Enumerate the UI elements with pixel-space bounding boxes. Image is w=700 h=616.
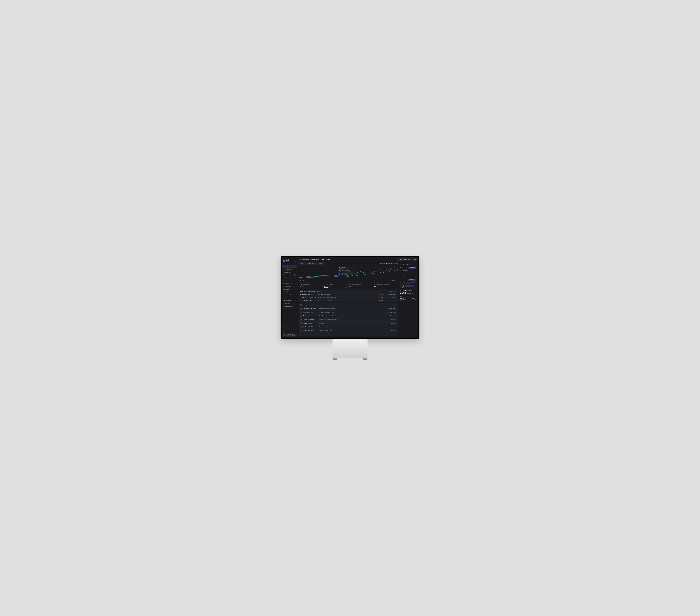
activity-row[interactable]: Credential Draft CreatedCommercial Invoi…	[299, 325, 398, 329]
mail-icon	[300, 315, 302, 317]
issue-credential-button[interactable]: + Issue a Verifiable Credential	[397, 258, 417, 261]
svg-rect-18	[283, 306, 284, 306]
new-did-button[interactable]: +New DID	[408, 279, 416, 281]
activity-row[interactable]: Presentation Receivedfrom Montreal Manuf…	[299, 307, 398, 311]
activity-row[interactable]: Contact Invite AcceptedAjay Sharma, Mont…	[299, 314, 398, 318]
legend-received[interactable]: Received	[391, 263, 398, 264]
workflow-row[interactable]: Rolled Steel Shipment FG342Steel Import …	[299, 297, 398, 300]
nav-label: Support	[286, 330, 290, 332]
nav-adapters[interactable]: Adapters	[282, 302, 297, 305]
key-icon	[300, 330, 302, 331]
workflow-row[interactable]: Ming-Tan Stainless Rolls…Mill Test Certi…	[299, 293, 398, 297]
nav-support[interactable]: Support ›	[282, 329, 297, 332]
dids-icon	[283, 291, 285, 293]
activity-row[interactable]: Presentation Sentto Montreal Manufacturi…	[299, 311, 398, 314]
monitor-foot	[333, 358, 367, 360]
svg-rect-25	[349, 284, 350, 285]
info-icon[interactable]: i	[346, 284, 348, 285]
nav-badge: 432	[293, 274, 296, 276]
nav-dids[interactable]: DIDs	[282, 290, 297, 293]
granularity-picker[interactable]: Daily ▾	[318, 262, 325, 265]
nav-applications[interactable]: Applications	[282, 305, 297, 307]
org-subtitle: Verifiable Data Platform	[286, 261, 294, 264]
did-row[interactable]: did:web:text.transmute.indu…Y7gjau	[400, 272, 416, 274]
issue-button-label: Issue a Verifiable Credential	[400, 259, 416, 260]
date-range-picker[interactable]: 1 Jan, 2023 – 31 Mar, 2023 ⇅	[299, 262, 317, 265]
presentation-icon	[349, 284, 350, 285]
identifiers-card: Identifiers did:web:text.transmute.indu……	[400, 270, 416, 281]
tooltip-date: 14 Feb, 2023	[339, 266, 354, 268]
activity-row[interactable]: did:key GeneratedCustoms Direct did:key3…	[299, 329, 398, 332]
user-email: jim@customs.direct	[286, 335, 294, 336]
nav-templates[interactable]: Templates	[282, 268, 297, 271]
nav-sent[interactable]: Sent	[282, 276, 297, 279]
nav-label: Applications	[286, 305, 293, 307]
marketplace-icon	[283, 327, 285, 329]
document-icon	[300, 326, 302, 328]
key-icon	[283, 294, 285, 296]
page-title: Welcome to the Verifiable Data Platform	[299, 259, 330, 261]
nav-credentials[interactable]: Credentials 432	[282, 274, 297, 276]
progress-ring: 50%	[400, 284, 404, 288]
svg-rect-14	[283, 303, 284, 303]
stat-credentials-issued: Credentials Issued 932↑ 1.7%	[299, 284, 323, 288]
mnemonics-icon	[283, 297, 285, 299]
trend-chart[interactable]: 14 Feb, 2023 19Credentials Issued 8Prese…	[299, 265, 398, 279]
sidebar: Customs Direct Verifiable Data Platform …	[282, 257, 297, 338]
nav-label: Adapters	[286, 303, 291, 304]
document-icon	[299, 284, 300, 285]
axis-end: 31 Mar, 2023	[390, 280, 397, 281]
user-name: Jim Masloski	[286, 334, 294, 335]
svg-point-37	[400, 264, 401, 264]
nav-label: DIDs	[286, 291, 288, 293]
nav-received[interactable]: Received	[282, 279, 297, 282]
users-icon	[400, 263, 401, 265]
svg-rect-15	[284, 303, 284, 304]
filter-icon[interactable]	[395, 304, 396, 306]
dot-icon	[391, 263, 392, 264]
svg-rect-31	[301, 312, 302, 313]
svg-rect-19	[284, 306, 284, 306]
org-switcher[interactable]: Customs Direct Verifiable Data Platform …	[282, 258, 297, 264]
filter-icon[interactable]	[395, 290, 396, 292]
activity-row[interactable]: Credential IssuedCD Invoice #0012 hours …	[299, 322, 398, 325]
contacts-icon	[283, 286, 285, 287]
workflows-icon	[283, 283, 285, 285]
nav-workflows[interactable]: Workflows	[282, 282, 297, 285]
update-profile-button[interactable]: Update Profile	[405, 285, 414, 287]
info-icon[interactable]: i	[414, 295, 416, 297]
legend-sent[interactable]: Sent	[386, 263, 390, 264]
chart-tooltip: 14 Feb, 2023 19Credentials Issued 8Prese…	[338, 266, 355, 274]
new-button[interactable]: + New	[282, 265, 297, 268]
add-members-card: Add Members 3/5 Send Invite	[400, 263, 416, 269]
presentation-icon	[300, 308, 302, 310]
nav-label: Mnemonics	[286, 297, 292, 299]
svg-rect-16	[283, 306, 284, 306]
nav-label: Templates	[286, 269, 292, 271]
workflow-row[interactable]: Rolls PO#ABC12345Steel Import Under USMC…	[299, 300, 398, 302]
nav-mnemonics[interactable]: Mnemonics	[282, 297, 297, 299]
nav-label: Private Keys	[286, 294, 293, 296]
document-icon	[283, 269, 285, 271]
svg-point-39	[400, 270, 401, 271]
did-row[interactable]: did:key:test.transmute.indu…hxj75A	[400, 276, 416, 278]
presentation-icon	[374, 284, 375, 285]
user-menu[interactable]: JM Jim Masloski jim@customs.direct ⇅	[282, 333, 297, 337]
nav-label: Contacts	[286, 286, 291, 287]
nav-private-keys[interactable]: Private Keys	[282, 293, 297, 297]
chevron-right-icon: ›	[296, 330, 296, 331]
nav-marketplace[interactable]: Marketplace ›	[282, 326, 297, 329]
nav-contacts[interactable]: Contacts	[282, 285, 297, 288]
received-icon	[283, 280, 285, 281]
id-icon	[400, 270, 401, 272]
send-invite-button[interactable]: Send Invite	[408, 266, 416, 269]
legend-issued[interactable]: Issued	[380, 263, 385, 264]
did-row[interactable]: did:key:test.transmute.indu…bHasGs	[400, 274, 416, 276]
activity-row[interactable]: Contact Invite SentAjay Sharma, Montreal…	[299, 318, 398, 322]
svg-point-22	[343, 274, 344, 274]
svg-rect-24	[299, 284, 300, 285]
view-all-link[interactable]: View All	[389, 291, 393, 292]
chart-date-axis: 1 Jan, 2023 31 Mar, 2023	[299, 280, 398, 281]
members-fraction: 3/5	[400, 267, 402, 268]
granularity-label: Daily	[320, 263, 322, 264]
